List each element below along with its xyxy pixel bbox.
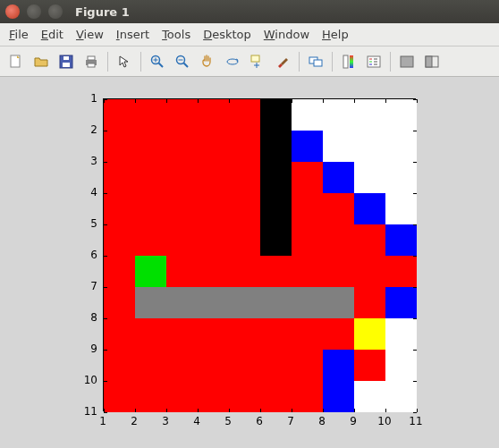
- x-tick-label: 3: [162, 415, 169, 427]
- cell: [354, 99, 385, 131]
- cell: [166, 131, 198, 162]
- maximize-icon[interactable]: [48, 4, 63, 19]
- cell: [385, 193, 417, 224]
- menu-edit[interactable]: Edit: [41, 28, 63, 41]
- cell: [198, 224, 229, 256]
- cell: [135, 287, 166, 318]
- menu-help[interactable]: Help: [322, 28, 349, 41]
- x-tick-label: 1: [99, 415, 106, 427]
- cell: [166, 287, 198, 318]
- cell: [323, 131, 354, 162]
- close-icon[interactable]: [5, 4, 20, 19]
- x-tick: [135, 99, 136, 103]
- colorbar-icon[interactable]: [338, 51, 359, 72]
- cell: [354, 287, 385, 318]
- rotate-3d-icon[interactable]: [222, 51, 243, 72]
- cell: [198, 287, 229, 318]
- svg-rect-3: [63, 56, 69, 60]
- y-tick: [104, 256, 107, 257]
- svg-rect-16: [314, 60, 322, 66]
- cell: [292, 381, 323, 412]
- cell: [229, 350, 260, 381]
- open-file-icon[interactable]: [30, 51, 52, 72]
- menu-file[interactable]: File: [9, 28, 29, 41]
- menu-tools[interactable]: Tools: [162, 28, 190, 41]
- cell: [260, 318, 292, 350]
- svg-rect-18: [350, 55, 353, 68]
- cell: [135, 256, 166, 287]
- pan-icon[interactable]: [197, 51, 218, 72]
- menu-desktop[interactable]: Desktop: [203, 28, 251, 41]
- y-tick: [413, 381, 417, 382]
- cell: [323, 162, 354, 193]
- menu-window[interactable]: Window: [264, 28, 309, 41]
- y-tick-label: 2: [0, 123, 97, 136]
- cell: [198, 256, 229, 287]
- cell: [292, 99, 323, 131]
- x-tick: [323, 409, 324, 412]
- hide-tools-icon[interactable]: [396, 51, 418, 72]
- cell: [292, 287, 323, 318]
- pointer-icon[interactable]: [114, 51, 135, 72]
- dock-icon[interactable]: [421, 51, 443, 72]
- toolbar-separator: [299, 52, 300, 72]
- print-icon[interactable]: [80, 51, 102, 72]
- cell: [354, 162, 385, 193]
- brush-icon[interactable]: [272, 51, 293, 72]
- cell: [229, 131, 260, 162]
- y-tick-label: 6: [0, 249, 97, 261]
- zoom-in-icon[interactable]: [147, 51, 168, 72]
- y-tick: [413, 131, 417, 131]
- cell: [104, 350, 135, 381]
- x-tick: [229, 99, 230, 103]
- cell: [198, 131, 229, 162]
- new-figure-icon[interactable]: [5, 51, 27, 72]
- cell: [292, 131, 323, 162]
- save-icon[interactable]: [55, 51, 77, 72]
- y-tick: [104, 131, 107, 131]
- cell: [260, 131, 292, 162]
- cell: [323, 99, 354, 131]
- cell: [385, 318, 417, 350]
- cell: [292, 350, 323, 381]
- menu-insert[interactable]: Insert: [116, 28, 149, 41]
- zoom-out-icon[interactable]: [172, 51, 193, 72]
- y-tick: [413, 224, 417, 225]
- y-tick: [104, 224, 107, 225]
- y-tick: [104, 287, 107, 288]
- y-tick: [104, 193, 107, 194]
- cell: [385, 224, 417, 256]
- x-tick: [104, 409, 105, 412]
- cell: [198, 350, 229, 381]
- cell: [385, 162, 417, 193]
- x-tick: [260, 99, 261, 103]
- cell: [323, 350, 354, 381]
- svg-rect-5: [88, 56, 95, 60]
- x-tick: [292, 99, 292, 103]
- data-cursor-icon[interactable]: [247, 51, 268, 72]
- link-plot-icon[interactable]: [305, 51, 326, 72]
- menu-view[interactable]: View: [76, 28, 104, 41]
- x-tick: [135, 409, 136, 412]
- cell: [354, 256, 385, 287]
- y-tick-label: 10: [0, 374, 97, 386]
- legend-icon[interactable]: [363, 51, 385, 72]
- cell: [229, 318, 260, 350]
- y-tick-label: 9: [0, 342, 97, 355]
- svg-rect-28: [426, 56, 432, 67]
- x-tick: [198, 99, 199, 103]
- x-tick: [354, 99, 355, 103]
- svg-rect-6: [88, 63, 95, 67]
- cell: [292, 224, 323, 256]
- cell: [385, 381, 417, 412]
- svg-rect-2: [63, 63, 70, 67]
- svg-rect-26: [401, 56, 413, 67]
- x-tick: [260, 409, 261, 412]
- cell: [104, 99, 135, 131]
- cell: [323, 224, 354, 256]
- cell: [385, 256, 417, 287]
- cell: [104, 224, 135, 256]
- minimize-icon[interactable]: [27, 4, 41, 19]
- x-tick-label: 6: [256, 415, 263, 427]
- cell: [292, 256, 323, 287]
